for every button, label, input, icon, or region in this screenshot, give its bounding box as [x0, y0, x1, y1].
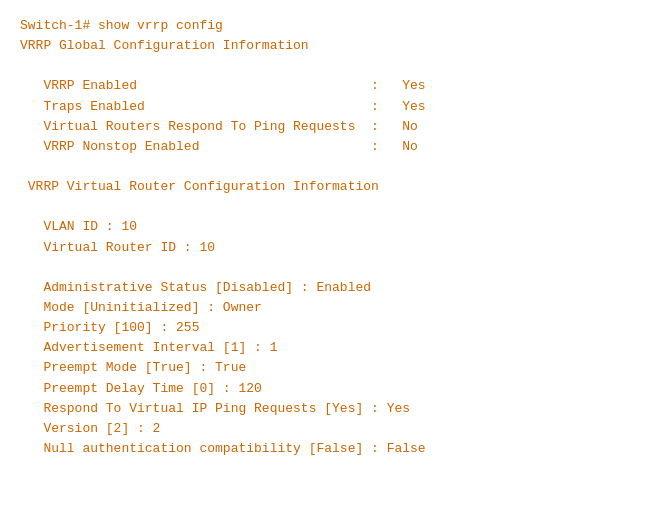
blank-line: [20, 258, 635, 278]
terminal-line: Null authentication compatibility [False…: [20, 439, 635, 459]
terminal-line: VRRP Nonstop Enabled : No: [20, 137, 635, 157]
terminal-line: VRRP Enabled : Yes: [20, 76, 635, 96]
blank-line: [20, 197, 635, 217]
terminal-line: VLAN ID : 10: [20, 217, 635, 237]
terminal-line: Advertisement Interval [1] : 1: [20, 338, 635, 358]
terminal-line: Administrative Status [Disabled] : Enabl…: [20, 278, 635, 298]
terminal-line: VRRP Virtual Router Configuration Inform…: [20, 177, 635, 197]
terminal-line: Preempt Delay Time [0] : 120: [20, 379, 635, 399]
terminal-line: Virtual Router ID : 10: [20, 238, 635, 258]
terminal-line: VRRP Global Configuration Information: [20, 36, 635, 56]
blank-line: [20, 157, 635, 177]
terminal-line: Switch-1# show vrrp config: [20, 16, 635, 36]
terminal-line: Priority [100] : 255: [20, 318, 635, 338]
blank-line: [20, 56, 635, 76]
terminal-line: Respond To Virtual IP Ping Requests [Yes…: [20, 399, 635, 419]
terminal-line: Preempt Mode [True] : True: [20, 358, 635, 378]
terminal-output: Switch-1# show vrrp configVRRP Global Co…: [0, 0, 655, 523]
terminal-line: Version [2] : 2: [20, 419, 635, 439]
terminal-line: Virtual Routers Respond To Ping Requests…: [20, 117, 635, 137]
terminal-line: Mode [Uninitialized] : Owner: [20, 298, 635, 318]
terminal-line: Traps Enabled : Yes: [20, 97, 635, 117]
